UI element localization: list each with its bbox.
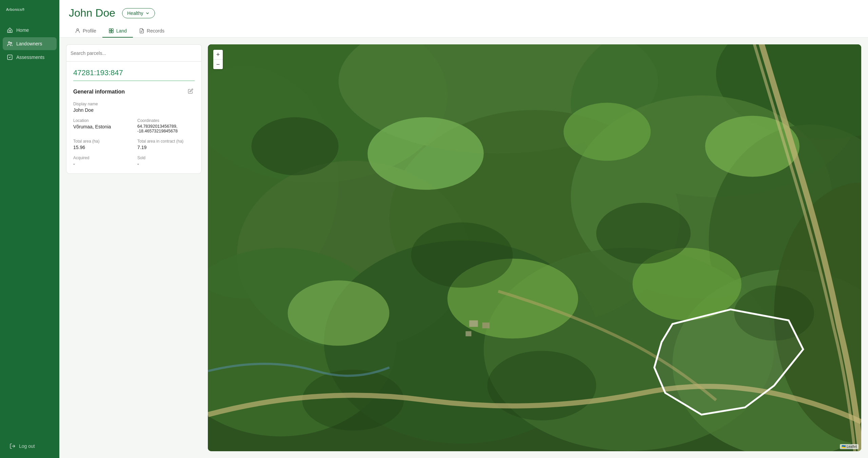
svg-point-26 [368, 117, 484, 190]
svg-point-33 [411, 223, 513, 288]
field-total-area-contract: Total area in contract (ha) 7.19 [137, 139, 195, 150]
status-label: Healthy [127, 11, 143, 16]
sold-value: - [137, 161, 195, 167]
info-grid: Display name John Doe Location Võrumaa, … [73, 102, 195, 167]
records-icon [139, 28, 144, 34]
field-total-area: Total area (ha) 15.96 [73, 139, 131, 150]
svg-point-1 [11, 42, 12, 44]
sidebar: Arbonics® Home Landowners Assessments Lo… [0, 0, 59, 458]
total-area-contract-value: 7.19 [137, 145, 195, 150]
search-bar [66, 44, 202, 61]
svg-point-36 [487, 351, 596, 421]
svg-point-28 [288, 280, 390, 346]
app-logo: Arbonics® [0, 0, 59, 24]
parcel-id: 47281:193:847 [73, 68, 195, 81]
landowners-icon [7, 41, 13, 47]
coordinates-label: Coordinates [137, 118, 195, 123]
home-icon [7, 27, 13, 33]
svg-rect-40 [466, 331, 471, 336]
logout-icon [9, 443, 16, 449]
section-header: General information [73, 87, 195, 96]
logout-button[interactable]: Log out [5, 440, 54, 453]
acquired-label: Acquired [73, 155, 131, 160]
sidebar-item-home[interactable]: Home [3, 24, 57, 37]
coordinates-value: 64.78392013456789, -18.46573219845678 [137, 124, 195, 133]
svg-rect-39 [482, 322, 489, 328]
sidebar-item-landowners[interactable]: Landowners [3, 37, 57, 50]
status-badge[interactable]: Healthy [122, 8, 155, 18]
svg-point-34 [596, 203, 690, 264]
edit-button[interactable] [186, 87, 195, 96]
map-placeholder: + − 🇺🇦 Leaflet [208, 44, 861, 451]
map-svg [208, 44, 861, 451]
info-card: 47281:193:847 General information Displa… [66, 61, 202, 174]
tab-profile-label: Profile [83, 28, 96, 34]
page-title: John Doe [69, 7, 115, 19]
tab-profile[interactable]: Profile [69, 25, 102, 38]
total-area-contract-label: Total area in contract (ha) [137, 139, 195, 144]
svg-point-27 [564, 103, 651, 161]
tab-records[interactable]: Records [133, 25, 171, 38]
app-name: Arbonics [6, 7, 22, 12]
display-name-label: Display name [73, 102, 195, 106]
section-title: General information [73, 89, 125, 95]
tab-records-label: Records [147, 28, 164, 34]
total-area-label: Total area (ha) [73, 139, 131, 144]
svg-point-37 [302, 370, 404, 431]
app-superscript: ® [22, 8, 25, 12]
main-content: John Doe Healthy Profile Land Records [59, 0, 868, 458]
sidebar-nav: Home Landowners Assessments [0, 24, 59, 434]
svg-point-32 [251, 117, 338, 175]
sidebar-item-assessments-label: Assessments [16, 55, 44, 60]
left-panel: 47281:193:847 General information Displa… [66, 44, 202, 451]
tab-land-label: Land [116, 28, 127, 34]
map-attribution: 🇺🇦 Leaflet [840, 444, 859, 449]
search-input[interactable] [71, 50, 197, 56]
sidebar-item-landowners-label: Landowners [16, 41, 42, 46]
sidebar-item-assessments[interactable]: Assessments [3, 51, 57, 64]
svg-rect-6 [111, 29, 113, 30]
svg-rect-5 [109, 29, 111, 30]
display-name-value: John Doe [73, 107, 195, 113]
acquired-value: - [73, 161, 131, 167]
svg-point-4 [77, 29, 78, 30]
field-location: Location Võrumaa, Estonia [73, 118, 131, 133]
assessments-icon [7, 54, 13, 60]
sold-label: Sold [137, 155, 195, 160]
field-display-name: Display name John Doe [73, 102, 195, 113]
svg-rect-38 [469, 320, 478, 327]
map-area[interactable]: + − 🇺🇦 Leaflet [208, 44, 861, 451]
total-area-value: 15.96 [73, 145, 131, 150]
sidebar-item-home-label: Home [16, 27, 29, 33]
field-acquired: Acquired - [73, 155, 131, 167]
map-zoom-controls: + − [213, 50, 223, 69]
chevron-down-icon [145, 11, 150, 16]
user-icon [75, 28, 80, 34]
location-value: Võrumaa, Estonia [73, 124, 131, 129]
field-sold: Sold - [137, 155, 195, 167]
tab-land[interactable]: Land [102, 25, 133, 38]
top-header: John Doe Healthy Profile Land Records [59, 0, 868, 38]
edit-icon [188, 88, 193, 94]
logout-label: Log out [19, 443, 35, 449]
field-coordinates: Coordinates 64.78392013456789, -18.46573… [137, 118, 195, 133]
location-label: Location [73, 118, 131, 123]
tab-bar: Profile Land Records [69, 25, 859, 37]
svg-rect-8 [111, 31, 113, 33]
zoom-out-button[interactable]: − [213, 60, 223, 69]
sidebar-footer: Log out [0, 434, 59, 458]
content-area: 47281:193:847 General information Displa… [59, 38, 868, 458]
svg-rect-7 [109, 31, 111, 33]
svg-point-0 [8, 42, 10, 43]
zoom-in-button[interactable]: + [213, 50, 223, 59]
land-icon [108, 28, 114, 34]
